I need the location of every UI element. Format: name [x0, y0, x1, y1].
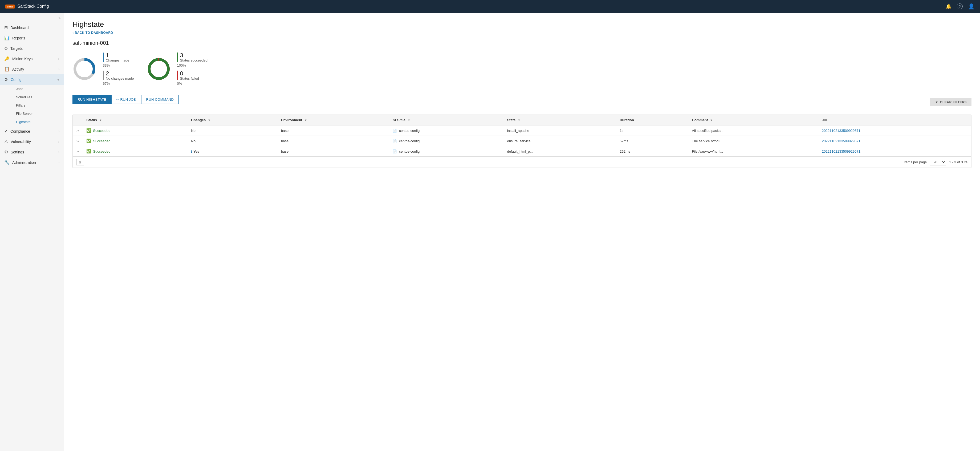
- sidebar-item-settings[interactable]: ⚙ Settings ›: [0, 147, 64, 157]
- chevron-right-icon: ›: [58, 67, 59, 71]
- table-row: ›› ✅ Succeeded No base 📄 centos-c: [73, 126, 971, 136]
- sidebar-item-vulnerability[interactable]: ⚠ Vulnerability ›: [0, 136, 64, 147]
- sidebar-item-config[interactable]: ⚙ Config ∨: [0, 74, 64, 85]
- comment-cell: All specified packa...: [688, 126, 818, 136]
- sidebar-item-dashboard[interactable]: ⊞ Dashboard: [0, 22, 64, 33]
- main-layout: « ⊞ Dashboard 📊 Reports ⊙ Targets 🔑 Mini…: [0, 13, 980, 451]
- sls-file-name: centos-config: [399, 139, 420, 143]
- column-jid: JID: [818, 115, 971, 126]
- sidebar-item-minion-keys[interactable]: 🔑 Minion Keys ›: [0, 54, 64, 64]
- comment-filter-icon[interactable]: ▼: [710, 118, 713, 122]
- sidebar-item-label: Settings: [11, 150, 56, 154]
- sidebar-item-label: Dashboard: [10, 25, 59, 30]
- administration-icon: 🔧: [4, 160, 10, 165]
- status-filter-icon[interactable]: ▼: [99, 118, 102, 122]
- row-expander-cell: ››: [73, 126, 83, 136]
- chevron-down-icon: ∨: [57, 78, 59, 81]
- column-comment: Comment ▼: [688, 115, 818, 126]
- run-command-button[interactable]: RUN COMMAND: [141, 95, 179, 104]
- sidebar-item-label: Targets: [10, 46, 59, 51]
- success-icon: ✅: [86, 128, 91, 133]
- sidebar-item-targets[interactable]: ⊙ Targets: [0, 43, 64, 54]
- column-config-button[interactable]: ⊞: [76, 159, 84, 166]
- sls-filter-icon[interactable]: ▼: [407, 118, 410, 122]
- duration-cell: 262ms: [616, 146, 688, 157]
- sidebar-item-label: Activity: [12, 67, 56, 72]
- dashboard-icon: ⊞: [4, 25, 8, 30]
- no-changes-count: 2: [106, 70, 134, 76]
- sidebar-item-reports[interactable]: 📊 Reports: [0, 33, 64, 43]
- states-succeeded-stat: 3 States succeeded 100%: [177, 53, 207, 67]
- pagination-info: Items per page 20 50 100 1 - 3 of 3 ite: [904, 159, 967, 166]
- states-failed-label: States failed: [180, 76, 199, 80]
- file-icon: 📄: [393, 139, 397, 143]
- jid-link[interactable]: 20221102133509929571: [822, 139, 861, 143]
- stats-row: 1 Changes made 33% 2 No changes made: [72, 53, 972, 86]
- app-title: SaltStack Config: [18, 4, 49, 9]
- changes-made-accent: 1 Changes made: [103, 53, 134, 62]
- sidebar-collapse-button[interactable]: «: [58, 16, 60, 20]
- back-link-label: BACK TO DASHBOARD: [75, 31, 113, 35]
- no-changes-label: No changes made: [106, 76, 134, 80]
- success-icon: ✅: [86, 139, 91, 143]
- clear-filters-button[interactable]: ▼ CLEAR FILTERs: [930, 98, 972, 106]
- run-job-button[interactable]: ✏ RUN JOB: [111, 95, 141, 104]
- sls-file-name: centos-config: [399, 129, 420, 133]
- duration-cell: 57ms: [616, 136, 688, 146]
- row-expander-icon[interactable]: ››: [76, 139, 79, 143]
- no-changes-stat: 2 No changes made 67%: [103, 70, 134, 86]
- row-expander-icon[interactable]: ››: [76, 149, 79, 153]
- minion-name: salt-minion-001: [72, 40, 972, 46]
- no-changes-bar: [103, 70, 103, 80]
- jid-link[interactable]: 20221102133509929571: [822, 129, 861, 133]
- jid-cell: 20221102133509929571: [818, 146, 971, 157]
- changes-filter-icon[interactable]: ▼: [208, 118, 211, 122]
- sidebar-item-administration[interactable]: 🔧 Administration ›: [0, 157, 64, 167]
- succeeded-bar: [177, 53, 178, 62]
- states-failed-pct: 0%: [177, 81, 207, 86]
- sidebar-item-activity[interactable]: 📋 Activity ›: [0, 64, 64, 74]
- items-per-page-label: Items per page: [904, 160, 927, 164]
- table-row: ›› ✅ Succeeded No base 📄 centos-c: [73, 136, 971, 146]
- jid-link[interactable]: 20221102133509929571: [822, 150, 861, 153]
- sidebar-sub-file-server[interactable]: File Server: [12, 110, 64, 118]
- column-environment: Environment ▼: [277, 115, 389, 126]
- per-page-select[interactable]: 20 50 100: [930, 159, 946, 166]
- main-content: Highstate ‹ BACK TO DASHBOARD salt-minio…: [64, 13, 980, 451]
- column-state: State ▼: [503, 115, 616, 126]
- sidebar-sub-schedules[interactable]: Schedules: [12, 93, 64, 101]
- file-icon: 📄: [393, 150, 397, 153]
- sidebar-item-compliance[interactable]: ✔ Compliance ›: [0, 126, 64, 136]
- help-icon[interactable]: ?: [957, 3, 963, 9]
- notifications-icon[interactable]: 🔔: [946, 3, 951, 9]
- user-avatar[interactable]: 👤: [968, 3, 975, 10]
- sidebar-sub-highstate[interactable]: Highstate: [12, 118, 64, 126]
- changes-donut-chart: [72, 57, 96, 81]
- changes-cell: ℹ Yes: [187, 146, 277, 157]
- row-expander-icon[interactable]: ››: [76, 128, 79, 133]
- environment-filter-icon[interactable]: ▼: [304, 118, 307, 122]
- file-icon: 📄: [393, 129, 397, 133]
- environment-cell: base: [277, 126, 389, 136]
- states-failed-info: 0 States failed: [180, 70, 199, 80]
- chevron-left-icon: ‹: [72, 31, 74, 35]
- run-highstate-button[interactable]: RUN HIGHSTATE: [72, 95, 111, 104]
- back-to-dashboard-link[interactable]: ‹ BACK TO DASHBOARD: [72, 31, 972, 35]
- states-succeeded-accent: 3 States succeeded: [177, 53, 207, 62]
- state-filter-icon[interactable]: ▼: [517, 118, 520, 122]
- status-label: Succeeded: [93, 150, 110, 153]
- status-success: ✅ Succeeded: [86, 149, 183, 154]
- sidebar-item-label: Vulnerability: [11, 140, 56, 144]
- settings-icon: ⚙: [4, 150, 8, 155]
- sidebar-sub-jobs[interactable]: Jobs: [12, 85, 64, 93]
- vulnerability-icon: ⚠: [4, 139, 8, 144]
- status-label: Succeeded: [93, 129, 110, 133]
- svg-point-3: [149, 59, 169, 78]
- state-cell: ensure_service...: [503, 136, 616, 146]
- chevron-right-icon: ›: [58, 57, 59, 61]
- sidebar-sub-pillars[interactable]: Pillars: [12, 101, 64, 110]
- results-table-container: Status ▼ Changes ▼ Environment ▼ SLS f: [72, 115, 972, 168]
- states-donut-chart: [147, 57, 171, 81]
- states-succeeded-count: 3: [180, 53, 207, 58]
- states-succeeded-pct: 100%: [177, 64, 207, 67]
